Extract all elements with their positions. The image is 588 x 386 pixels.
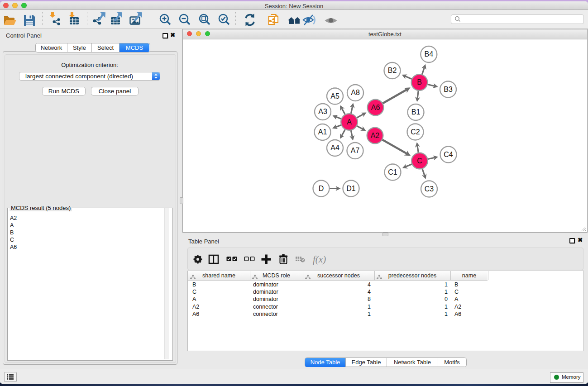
svg-text:A4: A4 <box>330 144 339 152</box>
svg-text:C2: C2 <box>411 128 420 136</box>
svg-text:A3: A3 <box>318 108 327 115</box>
svg-text:D: D <box>319 185 324 192</box>
svg-text:A6: A6 <box>371 104 380 111</box>
svg-text:C3: C3 <box>425 185 434 193</box>
svg-text:D1: D1 <box>346 185 356 192</box>
svg-text:A7: A7 <box>351 147 360 154</box>
svg-text:C1: C1 <box>388 168 397 176</box>
svg-text:B4: B4 <box>425 50 434 58</box>
svg-text:B2: B2 <box>388 67 397 74</box>
svg-text:C: C <box>417 157 422 165</box>
svg-text:A: A <box>347 118 352 126</box>
svg-text:A8: A8 <box>351 89 360 96</box>
svg-text:B1: B1 <box>411 108 421 116</box>
svg-text:C4: C4 <box>444 151 453 158</box>
svg-text:A5: A5 <box>330 92 339 100</box>
svg-text:A1: A1 <box>318 128 327 136</box>
svg-text:B: B <box>417 78 422 86</box>
svg-text:B3: B3 <box>444 86 453 93</box>
svg-text:A2: A2 <box>371 132 380 139</box>
